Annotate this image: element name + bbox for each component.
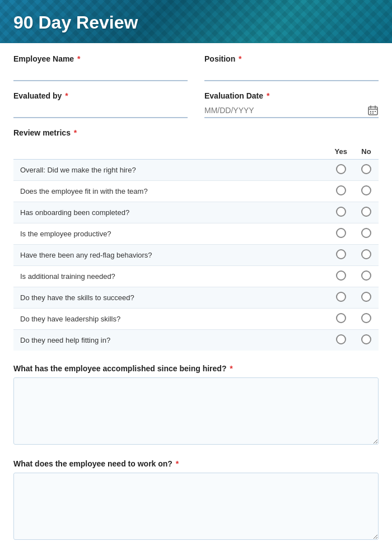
metric-yes-cell [328,223,354,245]
metric-question: Do they have the skills to succeed? [13,287,328,309]
metric-yes-cell [328,266,354,287]
evaluated-by-input[interactable] [13,104,188,118]
required-star-3: * [63,91,68,100]
calendar-icon[interactable] [367,105,379,116]
accomplished-textarea[interactable] [13,377,379,445]
table-row: Do they have the skills to succeed? [13,287,379,309]
yes-radio[interactable] [336,334,346,344]
accomplished-label: What has the employee accomplished since… [13,364,379,373]
needs-work-textarea[interactable] [13,473,379,540]
table-row: Is the employee productive? [13,223,379,245]
no-radio[interactable] [361,185,371,195]
metric-question: Is additional training needed? [13,266,328,287]
metric-yes-cell [328,309,354,330]
metric-no-cell [354,266,379,287]
metric-yes-cell [328,245,354,266]
table-row: Does the employee fit in with the team? [13,181,379,202]
required-star-6: * [227,364,232,373]
needs-work-section: What does the employee need to work on? … [13,459,379,542]
employee-name-input[interactable] [13,67,188,81]
metric-question: Is the employee productive? [13,223,328,245]
metric-no-cell [354,202,379,223]
review-metrics-label: Review metrics * [13,128,379,137]
metric-question: Do they have leadership skills? [13,309,328,330]
evaluated-by-label: Evaluated by * [13,91,188,100]
form-header: 90 Day Review [0,0,392,43]
yes-column-header: Yes [328,144,354,160]
group-position: Position * [204,54,379,81]
no-radio[interactable] [361,334,371,344]
required-star-5: * [72,128,77,137]
review-metrics-section: Review metrics * Yes No Overall: Did we … [13,128,379,351]
no-radio[interactable] [361,292,371,302]
form-title: 90 Day Review [13,12,379,33]
yes-radio[interactable] [336,164,346,174]
svg-rect-5 [372,111,374,112]
metric-no-cell [354,330,379,351]
required-star-2: * [236,54,241,63]
metrics-table: Yes No Overall: Did we make the right hi… [13,144,379,351]
question-column-header [13,144,328,160]
no-radio[interactable] [361,207,371,217]
required-star: * [75,54,80,63]
yes-radio[interactable] [336,185,346,195]
no-radio[interactable] [361,228,371,238]
metric-no-cell [354,223,379,245]
yes-radio[interactable] [336,228,346,238]
yes-radio[interactable] [336,292,346,302]
metric-yes-cell [328,287,354,309]
metric-yes-cell [328,160,354,181]
group-evaluation-date: Evaluation Date * [204,91,379,118]
table-row: Do they need help fitting in? [13,330,379,351]
svg-rect-4 [370,111,371,112]
row-evaluator-date: Evaluated by * Evaluation Date * [13,91,379,118]
yes-radio[interactable] [336,249,346,259]
table-row: Have there been any red-flag behaviors? [13,245,379,266]
metric-yes-cell [328,330,354,351]
required-star-4: * [264,91,269,100]
page-container: 90 Day Review Employee Name * Position * [0,0,392,560]
evaluation-date-label: Evaluation Date * [204,91,379,100]
metric-no-cell [354,309,379,330]
form-body: Employee Name * Position * Evaluated by … [0,43,392,560]
metric-question: Does the employee fit in with the team? [13,181,328,202]
svg-rect-8 [372,113,374,114]
position-input[interactable] [204,67,379,81]
yes-radio[interactable] [336,207,346,217]
required-star-7: * [174,459,179,468]
metric-no-cell [354,181,379,202]
position-label: Position * [204,54,379,63]
no-radio[interactable] [361,270,371,281]
no-radio[interactable] [361,249,371,259]
no-radio[interactable] [361,313,371,323]
metric-no-cell [354,287,379,309]
table-row: Has onboarding been completed? [13,202,379,223]
table-row: Is additional training needed? [13,266,379,287]
metric-question: Overall: Did we make the right hire? [13,160,328,181]
metric-question: Do they need help fitting in? [13,330,328,351]
group-evaluated-by: Evaluated by * [13,91,188,118]
evaluation-date-input[interactable] [204,104,367,117]
metric-no-cell [354,160,379,181]
yes-radio[interactable] [336,313,346,323]
needs-work-label: What does the employee need to work on? … [13,459,379,468]
metric-yes-cell [328,181,354,202]
row-employee-position: Employee Name * Position * [13,54,379,81]
table-row: Do they have leadership skills? [13,309,379,330]
table-row: Overall: Did we make the right hire? [13,160,379,181]
metric-yes-cell [328,202,354,223]
accomplished-section: What has the employee accomplished since… [13,364,379,447]
svg-rect-7 [370,113,371,114]
employee-name-label: Employee Name * [13,54,188,63]
group-employee-name: Employee Name * [13,54,188,81]
date-wrapper [204,104,379,118]
no-radio[interactable] [361,164,371,174]
no-column-header: No [354,144,379,160]
metric-question: Has onboarding been completed? [13,202,328,223]
metric-question: Have there been any red-flag behaviors? [13,245,328,266]
yes-radio[interactable] [336,270,346,281]
svg-rect-6 [375,111,376,112]
metric-no-cell [354,245,379,266]
